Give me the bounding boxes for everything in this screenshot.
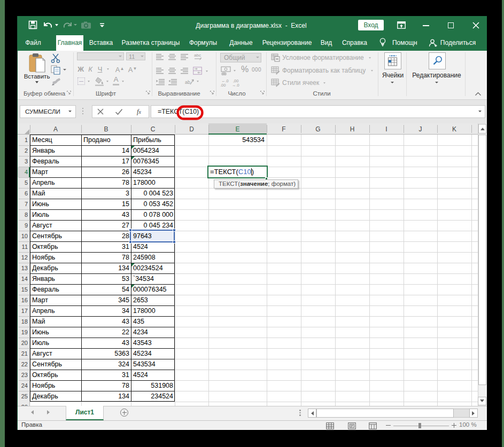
svg-text:c: c bbox=[199, 53, 201, 58]
svg-text:ab: ab bbox=[185, 80, 190, 85]
svg-text:→,0: →,0 bbox=[232, 83, 239, 87]
svg-text:,00: ,00 bbox=[220, 83, 226, 87]
